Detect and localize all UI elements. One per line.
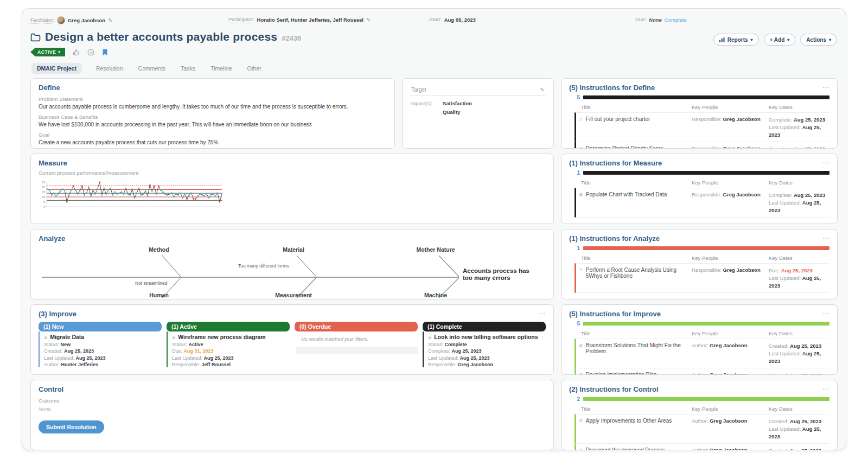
instruction-title: Fill out your project charter bbox=[586, 116, 650, 122]
more-menu-icon[interactable]: ⋯ bbox=[822, 159, 829, 167]
kanban-card[interactable]: ≡Migrate Data Status: New Created: Aug 2… bbox=[39, 331, 162, 367]
fishbone-category-machine[interactable]: Machine bbox=[424, 292, 447, 298]
instruction-row[interactable]: ≡Document the Improved Process Author: G… bbox=[575, 443, 829, 450]
submit-resolution-button[interactable]: Submit Resolution bbox=[39, 420, 104, 433]
drag-handle-icon[interactable]: ≡ bbox=[579, 145, 583, 149]
drag-handle-icon[interactable]: ≡ bbox=[579, 192, 583, 197]
edit-facilitator-icon[interactable]: ✎ bbox=[108, 17, 112, 23]
impact-quality: Quality bbox=[443, 109, 472, 115]
card-field-value: Aug 25, 2023 bbox=[452, 348, 482, 354]
kanban-column-overdue: (0) Overdue No results matched your filt… bbox=[295, 322, 418, 367]
reports-button[interactable]: Reports ▾ bbox=[713, 34, 759, 46]
bookmark-icon[interactable] bbox=[102, 49, 108, 56]
kanban-card[interactable]: ≡Wireframe new process diagram Status: A… bbox=[167, 331, 290, 367]
drag-handle-icon[interactable]: ≡ bbox=[579, 418, 583, 424]
instruction-row[interactable]: ≡Brainstorm Solutions That Might Fix the… bbox=[575, 339, 829, 368]
kanban-column-complete-header[interactable]: (1) Complete bbox=[423, 322, 546, 331]
fishbone-category-measurement[interactable]: Measurement bbox=[275, 292, 312, 298]
tab-dmaic-project[interactable]: DMAIC Project bbox=[31, 63, 82, 74]
target-field[interactable]: Target ✎ bbox=[410, 84, 546, 96]
kanban-column-new-header[interactable]: (1) New bbox=[39, 322, 162, 331]
participant-cluster: Participant: Horatio Serif, Hunter Jeffe… bbox=[228, 16, 371, 23]
measure-title: Measure bbox=[39, 159, 546, 167]
date1-label: Complete: bbox=[769, 192, 792, 198]
goal-label: Goal bbox=[39, 132, 387, 138]
people-label: Author: bbox=[692, 372, 709, 375]
date2-label: Last Updated: bbox=[769, 275, 801, 281]
card-field-value: Active bbox=[189, 342, 203, 347]
instruction-row[interactable]: ≡Fill out your project charter Responsib… bbox=[575, 112, 829, 142]
control-chart: 0510152025 bbox=[39, 179, 546, 214]
instructions-define-panel: (5) Instructions for Define⋯ 5 Title Key… bbox=[561, 78, 838, 149]
due-value: None bbox=[649, 17, 662, 23]
actions-button[interactable]: Actions ▾ bbox=[800, 34, 837, 46]
more-menu-icon[interactable]: ⋯ bbox=[822, 84, 829, 91]
start-date: Aug 05, 2023 bbox=[444, 17, 476, 23]
card-field-value: New bbox=[61, 342, 71, 347]
control-card: Control Outcome None Submit Resolution bbox=[30, 380, 554, 450]
main-grid: Define Problem Statement Our accounts pa… bbox=[30, 78, 838, 450]
empty-row-stripe bbox=[296, 347, 418, 354]
complete-link[interactable]: Complete bbox=[665, 17, 687, 23]
instruction-row[interactable]: ≡Determine Project Priority Score Respon… bbox=[575, 142, 829, 149]
drag-handle-icon[interactable]: ≡ bbox=[428, 334, 431, 340]
more-menu-icon[interactable]: ⋯ bbox=[822, 385, 829, 393]
drag-handle-icon[interactable]: ≡ bbox=[172, 334, 175, 340]
drag-handle-icon[interactable]: ≡ bbox=[44, 334, 47, 340]
fishbone-effect[interactable]: Accounts process has too many errors bbox=[463, 267, 534, 282]
fishbone-category-mother-nature[interactable]: Mother Nature bbox=[416, 246, 455, 253]
more-menu-icon[interactable]: ⋯ bbox=[822, 234, 829, 242]
tab-comments[interactable]: Comments bbox=[137, 63, 167, 74]
instructions-define-title: (5) Instructions for Define bbox=[569, 84, 655, 92]
column-key-dates: Key Dates bbox=[769, 406, 829, 412]
analyze-title: Analyze bbox=[39, 234, 546, 243]
people-value: Greg Jacobson bbox=[710, 342, 747, 348]
instructions-improve-title: (5) Instructions for Improve bbox=[569, 310, 661, 318]
fishbone-diagram: Method Material Mother Nature Human Meas… bbox=[39, 244, 546, 299]
more-menu-icon[interactable]: ⋯ bbox=[822, 310, 829, 317]
instruction-title: Determine Project Priority Score bbox=[586, 145, 663, 149]
fishbone-category-method[interactable]: Method bbox=[149, 246, 169, 253]
drag-handle-icon[interactable]: ≡ bbox=[579, 116, 583, 122]
svg-text:5: 5 bbox=[43, 200, 45, 203]
check-circle-icon[interactable] bbox=[87, 49, 94, 56]
svg-text:15: 15 bbox=[42, 190, 45, 194]
instructions-measure-panel: (1) Instructions for Measure⋯ 1 Title Ke… bbox=[561, 154, 838, 224]
drag-handle-icon[interactable]: ≡ bbox=[579, 447, 583, 450]
tab-timeline[interactable]: Timeline bbox=[209, 63, 233, 74]
kanban-card[interactable]: ≡Look into new billing software options … bbox=[423, 331, 546, 367]
kanban-column-overdue-header[interactable]: (0) Overdue bbox=[295, 322, 418, 331]
people-value: Greg Jacobson bbox=[723, 145, 761, 149]
fishbone-category-material[interactable]: Material bbox=[283, 246, 304, 253]
instruction-row[interactable]: ≡Apply Improvements to Other Areas Autho… bbox=[575, 414, 829, 443]
drag-handle-icon[interactable]: ≡ bbox=[579, 342, 583, 354]
kanban-column-active-header[interactable]: (1) Active bbox=[167, 322, 290, 331]
edit-target-icon[interactable]: ✎ bbox=[540, 87, 545, 93]
instruction-title: Brainstorm Solutions That Might Fix the … bbox=[586, 342, 687, 354]
instruction-row[interactable]: ≡Populate Chart with Tracked Data Respon… bbox=[575, 188, 829, 218]
due-cluster: Due: None Complete bbox=[635, 16, 687, 23]
tab-tasks[interactable]: Tasks bbox=[180, 63, 196, 74]
instruction-row[interactable]: ≡Develop Implementation Plan Author: Gre… bbox=[575, 368, 829, 375]
drag-handle-icon[interactable]: ≡ bbox=[579, 372, 583, 375]
thumbs-up-icon[interactable] bbox=[73, 49, 80, 56]
people-value: Greg Jacobson bbox=[723, 267, 761, 273]
tab-resolution[interactable]: Resolution bbox=[95, 63, 124, 74]
column-title: Title bbox=[581, 406, 692, 412]
instructions-define-count: 5 bbox=[575, 94, 580, 100]
fishbone-cause-not-streamlined[interactable]: Not streamlined bbox=[135, 280, 168, 286]
svg-text:20: 20 bbox=[42, 186, 45, 189]
status-badge[interactable]: ACTIVE ▾ bbox=[30, 48, 65, 56]
edit-participant-icon[interactable]: ✎ bbox=[366, 17, 371, 23]
instructions-measure-title: (1) Instructions for Measure bbox=[569, 159, 662, 167]
fishbone-category-human[interactable]: Human bbox=[149, 292, 169, 298]
add-button[interactable]: + Add ▾ bbox=[764, 34, 796, 46]
instruction-row[interactable]: ≡Perform a Root Cause Analysis Using 5Wh… bbox=[575, 263, 829, 293]
tab-other[interactable]: Other bbox=[246, 63, 262, 74]
business-case-label: Business Case & Benefits bbox=[39, 114, 387, 120]
drag-handle-icon[interactable]: ≡ bbox=[579, 267, 583, 279]
instructions-analyze-title: (1) Instructions for Analyze bbox=[569, 234, 660, 243]
fishbone-cause-too-many-forms[interactable]: Too many different forms bbox=[238, 263, 289, 269]
instruction-title: Apply Improvements to Other Areas bbox=[586, 418, 672, 424]
more-menu-icon[interactable]: ⋯ bbox=[539, 310, 546, 317]
